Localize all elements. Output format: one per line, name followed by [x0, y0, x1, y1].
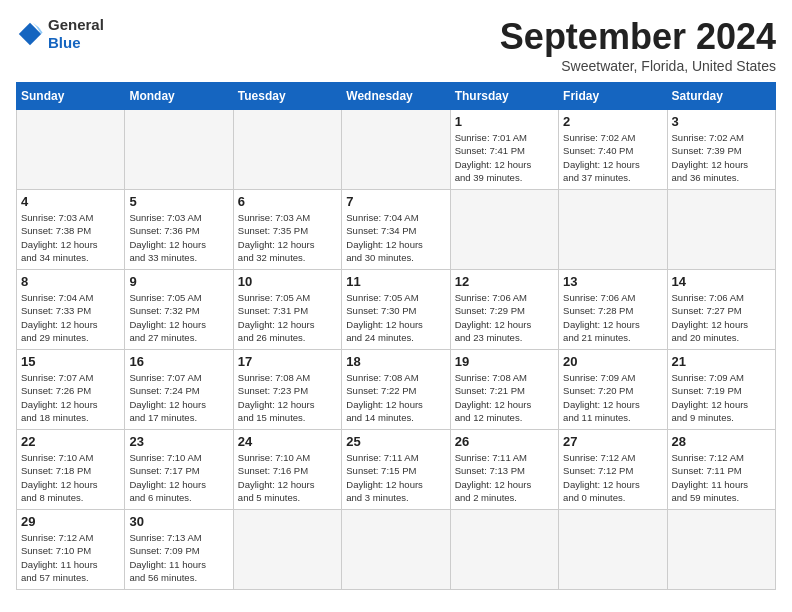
day-number: 16	[129, 354, 228, 369]
calendar-week-row: 1Sunrise: 7:01 AM Sunset: 7:41 PM Daylig…	[17, 110, 776, 190]
calendar-cell: 25Sunrise: 7:11 AM Sunset: 7:15 PM Dayli…	[342, 430, 450, 510]
calendar-cell: 2Sunrise: 7:02 AM Sunset: 7:40 PM Daylig…	[559, 110, 667, 190]
day-info: Sunrise: 7:07 AM Sunset: 7:26 PM Dayligh…	[21, 371, 120, 424]
day-number: 30	[129, 514, 228, 529]
day-info: Sunrise: 7:12 AM Sunset: 7:11 PM Dayligh…	[672, 451, 771, 504]
weekday-header: Saturday	[667, 83, 775, 110]
calendar-cell: 29Sunrise: 7:12 AM Sunset: 7:10 PM Dayli…	[17, 510, 125, 590]
day-number: 17	[238, 354, 337, 369]
weekday-header: Tuesday	[233, 83, 341, 110]
day-number: 10	[238, 274, 337, 289]
day-info: Sunrise: 7:05 AM Sunset: 7:30 PM Dayligh…	[346, 291, 445, 344]
calendar-cell: 15Sunrise: 7:07 AM Sunset: 7:26 PM Dayli…	[17, 350, 125, 430]
logo: General Blue	[16, 16, 104, 52]
day-number: 7	[346, 194, 445, 209]
day-number: 3	[672, 114, 771, 129]
day-info: Sunrise: 7:01 AM Sunset: 7:41 PM Dayligh…	[455, 131, 554, 184]
day-number: 24	[238, 434, 337, 449]
calendar-week-row: 4Sunrise: 7:03 AM Sunset: 7:38 PM Daylig…	[17, 190, 776, 270]
calendar-cell: 3Sunrise: 7:02 AM Sunset: 7:39 PM Daylig…	[667, 110, 775, 190]
calendar-cell	[559, 190, 667, 270]
calendar-cell: 26Sunrise: 7:11 AM Sunset: 7:13 PM Dayli…	[450, 430, 558, 510]
calendar-cell: 7Sunrise: 7:04 AM Sunset: 7:34 PM Daylig…	[342, 190, 450, 270]
day-number: 9	[129, 274, 228, 289]
day-number: 11	[346, 274, 445, 289]
day-info: Sunrise: 7:04 AM Sunset: 7:33 PM Dayligh…	[21, 291, 120, 344]
day-number: 12	[455, 274, 554, 289]
calendar-cell: 24Sunrise: 7:10 AM Sunset: 7:16 PM Dayli…	[233, 430, 341, 510]
day-number: 29	[21, 514, 120, 529]
calendar-cell: 1Sunrise: 7:01 AM Sunset: 7:41 PM Daylig…	[450, 110, 558, 190]
calendar-cell: 28Sunrise: 7:12 AM Sunset: 7:11 PM Dayli…	[667, 430, 775, 510]
day-info: Sunrise: 7:06 AM Sunset: 7:29 PM Dayligh…	[455, 291, 554, 344]
weekday-header: Thursday	[450, 83, 558, 110]
header: General Blue September 2024 Sweetwater, …	[16, 16, 776, 74]
calendar-cell: 4Sunrise: 7:03 AM Sunset: 7:38 PM Daylig…	[17, 190, 125, 270]
calendar-cell: 20Sunrise: 7:09 AM Sunset: 7:20 PM Dayli…	[559, 350, 667, 430]
calendar-cell: 8Sunrise: 7:04 AM Sunset: 7:33 PM Daylig…	[17, 270, 125, 350]
calendar-cell: 17Sunrise: 7:08 AM Sunset: 7:23 PM Dayli…	[233, 350, 341, 430]
day-info: Sunrise: 7:03 AM Sunset: 7:35 PM Dayligh…	[238, 211, 337, 264]
day-info: Sunrise: 7:03 AM Sunset: 7:38 PM Dayligh…	[21, 211, 120, 264]
weekday-header: Sunday	[17, 83, 125, 110]
day-info: Sunrise: 7:12 AM Sunset: 7:12 PM Dayligh…	[563, 451, 662, 504]
calendar-cell: 16Sunrise: 7:07 AM Sunset: 7:24 PM Dayli…	[125, 350, 233, 430]
calendar-cell	[667, 190, 775, 270]
day-number: 23	[129, 434, 228, 449]
calendar-cell: 23Sunrise: 7:10 AM Sunset: 7:17 PM Dayli…	[125, 430, 233, 510]
day-number: 4	[21, 194, 120, 209]
day-info: Sunrise: 7:08 AM Sunset: 7:23 PM Dayligh…	[238, 371, 337, 424]
calendar-cell	[559, 510, 667, 590]
day-info: Sunrise: 7:05 AM Sunset: 7:32 PM Dayligh…	[129, 291, 228, 344]
day-number: 5	[129, 194, 228, 209]
day-info: Sunrise: 7:13 AM Sunset: 7:09 PM Dayligh…	[129, 531, 228, 584]
calendar-cell: 11Sunrise: 7:05 AM Sunset: 7:30 PM Dayli…	[342, 270, 450, 350]
calendar-cell: 22Sunrise: 7:10 AM Sunset: 7:18 PM Dayli…	[17, 430, 125, 510]
calendar-table: SundayMondayTuesdayWednesdayThursdayFrid…	[16, 82, 776, 590]
day-number: 20	[563, 354, 662, 369]
calendar-cell: 10Sunrise: 7:05 AM Sunset: 7:31 PM Dayli…	[233, 270, 341, 350]
weekday-header: Friday	[559, 83, 667, 110]
day-info: Sunrise: 7:05 AM Sunset: 7:31 PM Dayligh…	[238, 291, 337, 344]
day-number: 21	[672, 354, 771, 369]
calendar-cell	[342, 510, 450, 590]
calendar-cell: 13Sunrise: 7:06 AM Sunset: 7:28 PM Dayli…	[559, 270, 667, 350]
calendar-cell	[450, 510, 558, 590]
calendar-cell	[125, 110, 233, 190]
weekday-header: Monday	[125, 83, 233, 110]
calendar-cell	[450, 190, 558, 270]
day-info: Sunrise: 7:06 AM Sunset: 7:27 PM Dayligh…	[672, 291, 771, 344]
day-number: 2	[563, 114, 662, 129]
day-number: 6	[238, 194, 337, 209]
logo-general: General	[48, 16, 104, 33]
calendar-week-row: 15Sunrise: 7:07 AM Sunset: 7:26 PM Dayli…	[17, 350, 776, 430]
calendar-cell: 30Sunrise: 7:13 AM Sunset: 7:09 PM Dayli…	[125, 510, 233, 590]
calendar-cell: 21Sunrise: 7:09 AM Sunset: 7:19 PM Dayli…	[667, 350, 775, 430]
calendar-cell: 6Sunrise: 7:03 AM Sunset: 7:35 PM Daylig…	[233, 190, 341, 270]
calendar-cell	[667, 510, 775, 590]
day-info: Sunrise: 7:09 AM Sunset: 7:20 PM Dayligh…	[563, 371, 662, 424]
location-subtitle: Sweetwater, Florida, United States	[500, 58, 776, 74]
logo-icon	[16, 20, 44, 48]
day-info: Sunrise: 7:08 AM Sunset: 7:21 PM Dayligh…	[455, 371, 554, 424]
day-number: 22	[21, 434, 120, 449]
calendar-cell: 12Sunrise: 7:06 AM Sunset: 7:29 PM Dayli…	[450, 270, 558, 350]
calendar-cell: 27Sunrise: 7:12 AM Sunset: 7:12 PM Dayli…	[559, 430, 667, 510]
calendar-cell	[17, 110, 125, 190]
day-info: Sunrise: 7:10 AM Sunset: 7:17 PM Dayligh…	[129, 451, 228, 504]
day-info: Sunrise: 7:07 AM Sunset: 7:24 PM Dayligh…	[129, 371, 228, 424]
day-number: 13	[563, 274, 662, 289]
day-info: Sunrise: 7:08 AM Sunset: 7:22 PM Dayligh…	[346, 371, 445, 424]
day-info: Sunrise: 7:02 AM Sunset: 7:40 PM Dayligh…	[563, 131, 662, 184]
svg-marker-0	[19, 23, 41, 45]
day-number: 27	[563, 434, 662, 449]
day-info: Sunrise: 7:02 AM Sunset: 7:39 PM Dayligh…	[672, 131, 771, 184]
day-number: 8	[21, 274, 120, 289]
calendar-cell	[342, 110, 450, 190]
month-title: September 2024	[500, 16, 776, 58]
day-number: 14	[672, 274, 771, 289]
day-info: Sunrise: 7:10 AM Sunset: 7:16 PM Dayligh…	[238, 451, 337, 504]
day-number: 1	[455, 114, 554, 129]
title-area: September 2024 Sweetwater, Florida, Unit…	[500, 16, 776, 74]
day-number: 28	[672, 434, 771, 449]
